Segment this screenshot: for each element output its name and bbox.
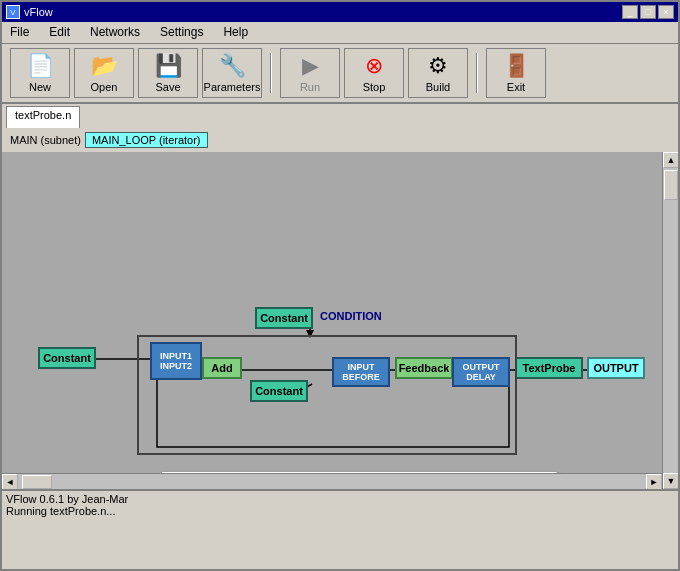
new-button[interactable]: 📄 New <box>10 48 70 98</box>
save-label: Save <box>155 81 180 93</box>
menu-networks[interactable]: Networks <box>86 24 144 41</box>
canvas-scrollbar-v[interactable]: ▲ ▼ <box>662 152 678 489</box>
minimize-button[interactable]: _ <box>622 5 638 19</box>
save-icon: 💾 <box>155 53 182 79</box>
open-icon: 📂 <box>91 53 118 79</box>
parameters-icon: 🔧 <box>219 53 246 79</box>
run-button[interactable]: ▶ Run <box>280 48 340 98</box>
node-constant1[interactable]: Constant <box>38 347 96 369</box>
stop-label: Stop <box>363 81 386 93</box>
main-window: V vFlow _ □ × File Edit Networks Setting… <box>0 0 680 571</box>
build-label: Build <box>426 81 450 93</box>
canvas-scrollbar-h[interactable]: ◄ ► <box>2 473 662 489</box>
stop-button[interactable]: ⊗ Stop <box>344 48 404 98</box>
stop-icon: ⊗ <box>365 53 383 79</box>
menu-file[interactable]: File <box>6 24 33 41</box>
scroll-thumb-h[interactable] <box>22 475 52 489</box>
window-title: vFlow <box>24 6 53 18</box>
breadcrumb: MAIN (subnet) MAIN_LOOP (iterator) <box>2 128 678 152</box>
status-line1: VFlow 0.6.1 by Jean-Mar <box>6 493 674 505</box>
separator-2 <box>476 53 478 93</box>
title-bar: V vFlow _ □ × <box>2 2 678 22</box>
app-icon: V <box>6 5 20 19</box>
build-icon: ⚙ <box>428 53 448 79</box>
node-constant2[interactable]: Constant <box>250 380 308 402</box>
status-line3: Running textProbe.n... <box>6 505 674 517</box>
menu-settings[interactable]: Settings <box>156 24 207 41</box>
separator-1 <box>270 53 272 93</box>
open-label: Open <box>91 81 118 93</box>
exit-label: Exit <box>507 81 525 93</box>
tab-textprobe[interactable]: textProbe.n <box>6 106 80 128</box>
status-bar: VFlow 0.6.1 by Jean-Mar Running textProb… <box>2 489 678 569</box>
parameters-button[interactable]: 🔧 Parameters <box>202 48 262 98</box>
build-button[interactable]: ⚙ Build <box>408 48 468 98</box>
new-icon: 📄 <box>27 53 54 79</box>
save-button[interactable]: 💾 Save <box>138 48 198 98</box>
scroll-left-button[interactable]: ◄ <box>2 474 18 489</box>
menu-help[interactable]: Help <box>219 24 252 41</box>
scroll-down-button[interactable]: ▼ <box>663 473 678 489</box>
node-input-before[interactable]: INPUT BEFORE <box>332 357 390 387</box>
run-icon: ▶ <box>302 53 319 79</box>
canvas-area: Constant INPUT1 INPUT2 Add Constant INPU… <box>2 152 678 489</box>
parameters-label: Parameters <box>204 81 261 93</box>
menu-edit[interactable]: Edit <box>45 24 74 41</box>
open-button[interactable]: 📂 Open <box>74 48 134 98</box>
new-label: New <box>29 81 51 93</box>
node-input1[interactable]: INPUT1 INPUT2 <box>150 342 202 380</box>
menu-bar: File Edit Networks Settings Help <box>2 22 678 44</box>
exit-icon: 🚪 <box>503 53 530 79</box>
breadcrumb-main-loop[interactable]: MAIN_LOOP (iterator) <box>85 132 208 148</box>
exit-button[interactable]: 🚪 Exit <box>486 48 546 98</box>
node-output[interactable]: OUTPUT <box>587 357 645 379</box>
scroll-right-button[interactable]: ► <box>646 474 662 489</box>
scroll-up-button[interactable]: ▲ <box>663 152 678 168</box>
run-label: Run <box>300 81 320 93</box>
node-constant-cond[interactable]: Constant <box>255 307 313 329</box>
node-output-delay[interactable]: OUTPUT DELAY <box>452 357 510 387</box>
breadcrumb-main[interactable]: MAIN (subnet) <box>10 134 81 146</box>
close-button[interactable]: × <box>658 5 674 19</box>
node-add[interactable]: Add <box>202 357 242 379</box>
node-textprobe[interactable]: TextProbe <box>515 357 583 379</box>
tab-bar: textProbe.n <box>2 104 678 128</box>
node-feedback[interactable]: Feedback <box>395 357 453 379</box>
svg-marker-13 <box>306 330 314 338</box>
window-controls: _ □ × <box>622 5 674 19</box>
toolbar: 📄 New 📂 Open 💾 Save 🔧 Parameters ▶ Run ⊗… <box>2 44 678 104</box>
scroll-thumb-v[interactable] <box>664 170 678 200</box>
maximize-button[interactable]: □ <box>640 5 656 19</box>
condition-label: CONDITION <box>320 310 382 322</box>
